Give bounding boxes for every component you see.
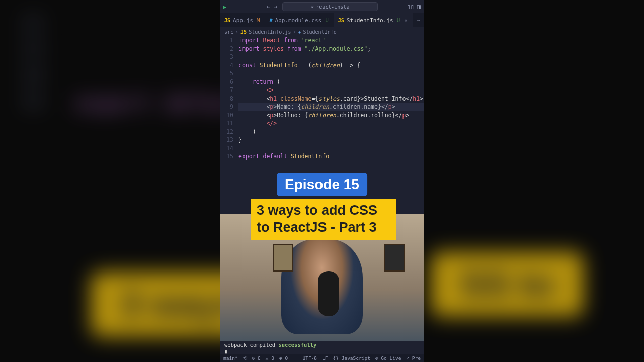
close-icon[interactable]: × <box>404 17 408 24</box>
titlebar: ▶ ← → ⌕ react-insta ▯▯ ◨ <box>220 0 424 13</box>
tab-studentinfo[interactable]: JS StudentInfo.js U × <box>334 13 413 27</box>
sync-icon[interactable]: ⟲ <box>243 355 247 361</box>
term-success: successfully <box>278 342 316 348</box>
search-icon: ⌕ <box>311 4 314 10</box>
language-button[interactable]: {} JavaScript <box>333 355 370 361</box>
line-highlight <box>238 103 424 111</box>
forward-icon[interactable]: → <box>274 4 278 10</box>
search-input[interactable]: ⌕ react-insta <box>282 2 378 11</box>
bg-ln: 13 <box>20 36 44 62</box>
ports-button[interactable]: ⊕ 0 <box>279 355 288 361</box>
crumb-file: StudentInfo.js <box>249 29 291 35</box>
video-title: 3 ways to add CSS to ReactJS - Part 3 <box>251 199 396 240</box>
branch-button[interactable]: main* <box>223 355 238 361</box>
chevron-right-icon: › <box>235 29 238 35</box>
run-icon[interactable]: ▶ <box>223 4 226 10</box>
term-output: webpack compiled <box>224 342 278 348</box>
statusbar: main* ⟲ ⊘ 0 ⚠ 0 ⊕ 0 UTF-8 LF {} JavaScri… <box>220 354 424 362</box>
css-icon: # <box>269 18 272 23</box>
crumb-src: src <box>224 29 233 35</box>
symbol-icon: ◈ <box>298 29 301 35</box>
encoding-button[interactable]: UTF-8 <box>302 355 317 361</box>
js-icon: JS <box>240 29 247 35</box>
modified-icon: M <box>257 17 260 24</box>
tab-label: StudentInfo.js <box>347 17 393 24</box>
warnings-button[interactable]: ⚠ 0 <box>266 355 274 361</box>
bg-gutter: 12 13 14 15 <box>20 10 44 115</box>
chevron-right-icon: › <box>293 29 296 35</box>
panel-left-icon[interactable]: ▯▯ <box>407 3 414 10</box>
tab-label: App.js <box>233 17 253 24</box>
back-icon[interactable]: ← <box>267 4 270 10</box>
tab-bar: JS App.js M # App.module.css U JS Studen… <box>220 13 424 27</box>
breadcrumb[interactable]: src › JS StudentInfo.js › ◈ StudentInfo <box>220 27 424 36</box>
tab-appjs[interactable]: JS App.js M <box>220 13 265 27</box>
eol-button[interactable]: LF <box>322 355 328 361</box>
prettier-button[interactable]: ✓ Pre <box>406 355 421 361</box>
wall-frame <box>384 244 405 272</box>
wall-frame <box>273 244 293 272</box>
layout-icons: ▯▯ ◨ <box>407 3 421 10</box>
bg-ln: 15 <box>20 88 44 115</box>
microphone <box>318 271 339 316</box>
tab-appmodulecss[interactable]: # App.module.css U <box>265 13 334 27</box>
search-text: react-insta <box>316 4 349 10</box>
tabs-overflow[interactable]: ⋯ <box>416 13 424 27</box>
episode-badge: Episode 15 <box>277 173 367 196</box>
bg-yellow-right: SS to <box>431 252 584 317</box>
errors-button[interactable]: ⊘ 0 <box>252 355 261 361</box>
bg-ln: 12 <box>20 10 44 36</box>
bg-ln: 14 <box>20 62 44 88</box>
panel-right-icon[interactable]: ◨ <box>417 3 421 10</box>
untracked-icon: U <box>397 17 400 24</box>
golive-button[interactable]: ⊚ Go Live <box>375 355 401 361</box>
terminal[interactable]: webpack compiled successfully ▮ <box>220 341 424 355</box>
nav-arrows: ← → <box>267 4 277 10</box>
js-icon: JS <box>224 18 230 23</box>
untracked-icon: U <box>325 17 329 24</box>
js-icon: JS <box>338 18 344 23</box>
crumb-symbol: StudentInfo <box>303 29 337 35</box>
tab-label: App.module.css <box>275 17 321 24</box>
